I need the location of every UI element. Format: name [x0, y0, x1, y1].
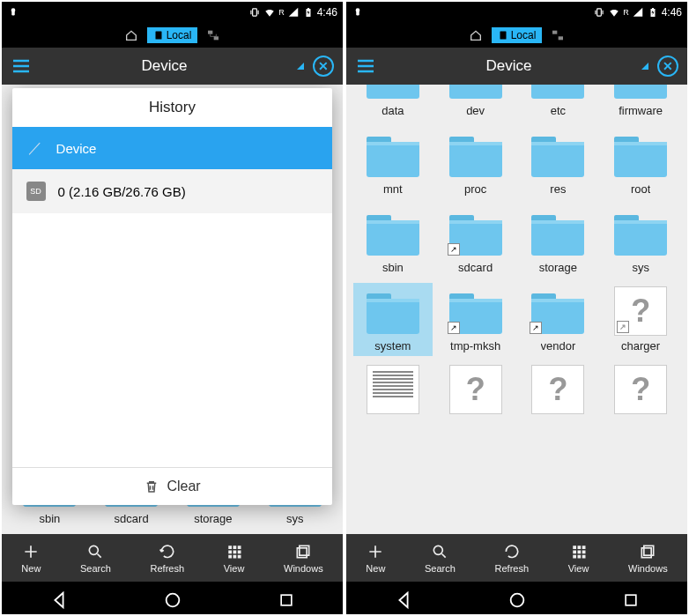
root-slash-icon: ／ [26, 139, 44, 157]
svg-rect-31 [356, 11, 359, 16]
clear-button[interactable]: Clear [12, 467, 333, 505]
folder-item[interactable]: sys [601, 204, 680, 278]
back-button[interactable] [394, 590, 413, 610]
windows-button[interactable]: Windows [628, 542, 668, 574]
status-time: 4:46 [317, 6, 337, 19]
folder-item[interactable]: ↗tmp-mksh [436, 283, 515, 356]
svg-rect-55 [449, 142, 502, 145]
bottom-toolbar: New Search Refresh View Windows [346, 534, 687, 582]
view-button[interactable]: View [224, 542, 245, 574]
windows-icon [638, 542, 657, 561]
folder-item[interactable]: ? [601, 361, 680, 421]
history-dialog-backdrop: History ／ Device SD 0 (2.16 GB/26.76 GB) [2, 85, 343, 534]
folder-item[interactable]: storage [519, 204, 598, 278]
plus-icon [21, 542, 41, 561]
svg-rect-25 [237, 555, 241, 559]
search-button[interactable]: Search [425, 542, 456, 574]
svg-rect-6 [208, 31, 212, 34]
symlink-badge-icon: ↗ [617, 321, 629, 333]
content-area[interactable]: datadevetcfirmwaremntprocresrootsbin↗sdc… [346, 85, 687, 534]
view-button[interactable]: View [568, 542, 589, 574]
folder-item[interactable]: firmware [601, 85, 680, 121]
svg-rect-70 [531, 220, 584, 224]
svg-rect-52 [367, 142, 419, 145]
tab-local[interactable]: Local [492, 27, 543, 43]
new-button[interactable]: New [366, 542, 385, 574]
folder-label: vendor [541, 339, 576, 353]
folder-item[interactable]: proc [436, 126, 515, 199]
windows-icon [293, 542, 313, 561]
app-header: Device ✕ [2, 48, 343, 85]
header-title[interactable]: Device [32, 57, 297, 75]
android-debug-icon [352, 6, 364, 19]
folder-icon [363, 130, 423, 179]
folder-item[interactable]: dev [436, 85, 515, 121]
folder-label: mnt [383, 182, 403, 196]
folder-icon: ↗ [446, 208, 506, 257]
windows-button[interactable]: Windows [284, 542, 323, 574]
svg-point-83 [434, 545, 443, 554]
folder-item[interactable]: etc [519, 85, 598, 121]
folder-icon [611, 208, 670, 257]
menu-icon[interactable] [355, 56, 376, 77]
svg-rect-93 [644, 545, 654, 555]
folder-item[interactable]: ? [519, 361, 598, 421]
new-button[interactable]: New [21, 542, 41, 574]
folder-label: system [374, 339, 411, 353]
back-button[interactable] [49, 590, 69, 610]
home-icon[interactable] [469, 28, 483, 42]
search-button[interactable]: Search [80, 542, 111, 574]
search-icon [85, 542, 105, 561]
svg-rect-92 [582, 555, 585, 559]
menu-icon[interactable] [11, 56, 32, 77]
dropdown-triangle-icon[interactable] [297, 63, 304, 70]
folder-item[interactable]: system [353, 283, 433, 356]
svg-rect-48 [614, 85, 667, 99]
folder-item[interactable] [353, 361, 433, 421]
folder-label: storage [539, 261, 577, 274]
home-button[interactable] [163, 590, 182, 610]
recent-button[interactable] [622, 591, 640, 609]
history-dialog: History ／ Device SD 0 (2.16 GB/26.76 GB) [12, 88, 333, 505]
folder-item[interactable]: mnt [353, 126, 433, 199]
network-icon[interactable] [551, 28, 565, 42]
svg-rect-90 [573, 555, 576, 559]
folder-icon: ↗ [528, 286, 588, 336]
folder-item[interactable]: res [519, 126, 598, 199]
close-button[interactable]: ✕ [657, 56, 678, 77]
folder-item[interactable]: root [601, 126, 680, 199]
history-item-sd[interactable]: SD 0 (2.16 GB/26.76 GB) [12, 169, 333, 213]
svg-rect-1 [11, 11, 15, 16]
status-bar: R 4:46 [2, 2, 343, 23]
header-title[interactable]: Device [376, 57, 641, 75]
content-area: sbin sdcard storage sys History ／ Device [2, 85, 343, 534]
folder-icon: ↗ [446, 286, 506, 336]
close-button[interactable]: ✕ [313, 56, 334, 77]
svg-rect-57 [531, 142, 584, 177]
svg-rect-87 [573, 551, 576, 554]
svg-rect-61 [614, 142, 667, 145]
recent-button[interactable] [278, 591, 295, 609]
folder-item[interactable]: sbin [353, 204, 433, 278]
home-icon[interactable] [124, 28, 138, 42]
refresh-button[interactable]: Refresh [495, 542, 530, 574]
folder-item[interactable]: ? [436, 361, 515, 421]
dropdown-triangle-icon[interactable] [641, 63, 648, 70]
folder-label: charger [621, 339, 660, 353]
tab-local[interactable]: Local [147, 27, 198, 43]
history-item-label: 0 (2.16 GB/26.76 GB) [58, 184, 186, 199]
refresh-button[interactable]: Refresh [151, 542, 185, 574]
folder-item[interactable]: data [353, 85, 433, 121]
network-icon[interactable] [206, 28, 220, 42]
svg-rect-21 [233, 551, 236, 554]
signal-icon [287, 6, 300, 19]
svg-rect-84 [573, 545, 576, 549]
folder-item[interactable]: ?↗charger [601, 283, 680, 356]
svg-rect-24 [233, 555, 236, 559]
folder-item[interactable]: ↗sdcard [436, 204, 515, 278]
history-item-device[interactable]: ／ Device [12, 127, 333, 169]
home-button[interactable] [507, 590, 527, 610]
folder-label: res [550, 182, 566, 196]
svg-rect-73 [614, 220, 667, 224]
folder-item[interactable]: ↗vendor [519, 283, 598, 356]
